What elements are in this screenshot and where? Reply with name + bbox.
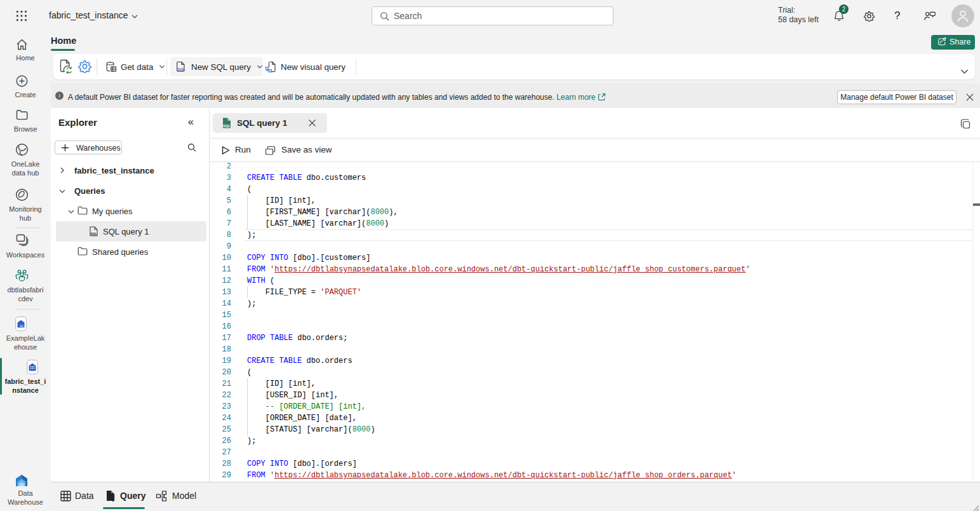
svg-text:SQL: SQL [223, 124, 231, 128]
svg-text:SQL: SQL [177, 67, 185, 71]
svg-text:SQL: SQL [91, 232, 97, 236]
